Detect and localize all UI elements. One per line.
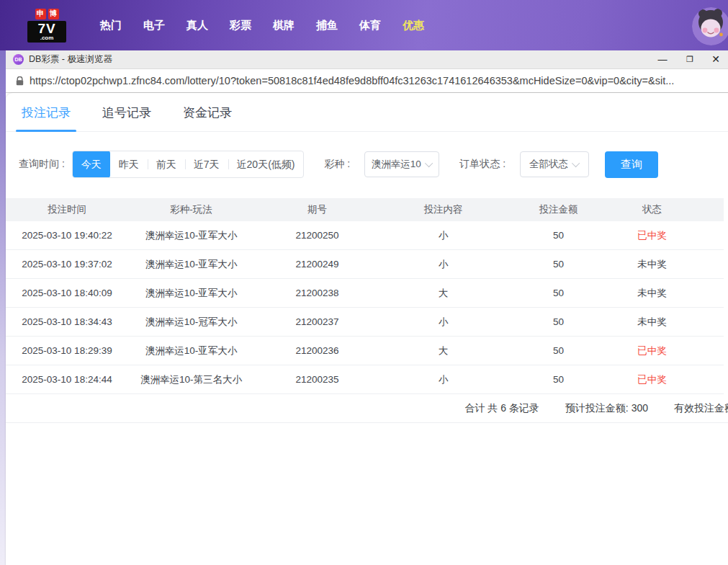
cell-bet-amount: 50 [506,345,611,356]
bet-records-table: 投注时间彩种-玩法期号投注内容投注金额状态 2025-03-10 19:40:2… [6,198,724,423]
order-status-select[interactable]: 全部状态 [520,151,589,177]
avatar-image [692,7,728,45]
cell-bet-time: 2025-03-10 18:24:44 [6,374,128,385]
window-title-bar[interactable]: DB DB彩票 - 极速浏览器 — ❐ ✕ [6,50,728,69]
column-header: 状态 [611,203,693,216]
logo-main-text: 7V [29,22,65,35]
cell-bet-content: 大 [380,344,506,357]
cell-bet-content: 大 [380,287,506,300]
cell-issue-number: 21200237 [254,316,380,327]
lock-icon [16,76,24,86]
column-header: 彩种-玩法 [128,203,254,216]
nav-item[interactable]: 棋牌 [262,0,305,50]
cell-game-play: 澳洲幸运10-亚军大小 [128,344,254,357]
column-header: 期号 [254,203,380,216]
cell-status: 已中奖 [611,229,693,242]
cell-status: 已中奖 [611,344,693,357]
cell-status: 未中奖 [611,287,693,300]
cell-bet-content: 小 [380,316,506,329]
cell-issue-number: 21200236 [254,345,380,356]
close-icon[interactable]: ✕ [704,50,727,69]
cell-issue-number: 21200249 [254,259,380,270]
cell-game-play: 澳洲幸运10-亚军大小 [128,287,254,300]
cell-bet-content: 小 [380,373,506,386]
status-filter-label: 订单状态 : [459,158,505,171]
cell-bet-time: 2025-03-10 18:40:09 [6,288,128,298]
cell-bet-amount: 50 [506,288,611,298]
chevron-down-icon [425,159,433,167]
logo-badges: 申 博 [27,9,66,19]
cell-status: 未中奖 [611,316,693,329]
cell-bet-time: 2025-03-10 19:40:22 [6,230,128,241]
table-body: 2025-03-10 19:40:22 澳洲幸运10-亚军大小 21200250… [6,221,724,394]
logo-mark: 7V .com [27,21,66,43]
column-header: 投注金额 [506,203,611,216]
tabs: 投注记录追号记录资金记录 [6,93,728,132]
table-row: 2025-03-10 18:24:44 澳洲幸运10-第三名大小 2120023… [6,365,724,394]
portal-navbar: 申 博 7V .com 热门电子真人彩票棋牌捕鱼体育优惠 [0,0,728,50]
cell-bet-amount: 50 [506,374,611,385]
time-option[interactable]: 近7天 [185,151,228,177]
status-select-value: 全部状态 [529,158,568,171]
table-row: 2025-03-10 18:29:39 澳洲幸运10-亚军大小 21200236… [6,337,724,365]
nav-item[interactable]: 热门 [89,0,132,50]
cell-bet-amount: 50 [506,259,611,270]
column-header: 投注内容 [380,203,506,216]
summary-row: 合计 共 6 条记录 预计投注金额: 300 有效投注金额 [6,394,728,423]
table-row: 2025-03-10 19:37:02 澳洲幸运10-亚军大小 21200249… [6,250,724,279]
content-card: 投注记录追号记录资金记录 查询时间 : 今天昨天前天近7天近20天(低频) 彩种… [6,93,728,565]
cell-bet-content: 小 [380,258,506,271]
url-bar[interactable]: https://ctop02pchwp1.zfnc84.com/lottery/… [6,69,728,93]
logo-badge-2: 博 [48,9,59,19]
cell-bet-time: 2025-03-10 18:29:39 [6,345,128,356]
cell-bet-content: 小 [380,229,506,242]
table-row: 2025-03-10 19:40:22 澳洲幸运10-亚军大小 21200250… [6,221,724,250]
lottery-filter-label: 彩种 : [324,158,350,171]
cell-game-play: 澳洲幸运10-亚军大小 [128,258,254,271]
summary-valid-amount: 有效投注金额 [674,402,728,415]
summary-total: 合计 共 6 条记录 [464,402,539,415]
screen: 申 博 7V .com 热门电子真人彩票棋牌捕鱼体育优惠 [0,0,728,565]
logo-sub-text: .com [29,35,65,41]
nav-item[interactable]: 电子 [132,0,176,50]
lottery-select[interactable]: 澳洲幸运10 [364,151,439,177]
column-header: 投注时间 [6,203,128,216]
table-head: 投注时间彩种-玩法期号投注内容投注金额状态 [6,198,724,221]
tab[interactable]: 投注记录 [22,104,71,131]
table-row: 2025-03-10 18:40:09 澳洲幸运10-亚军大小 21200238… [6,279,724,308]
minimize-icon[interactable]: — [651,50,674,69]
time-option[interactable]: 今天 [73,151,110,178]
cell-status: 未中奖 [611,258,693,271]
url-text: https://ctop02pchwp1.zfnc84.com/lottery/… [30,75,674,86]
cell-game-play: 澳洲幸运10-第三名大小 [128,373,254,386]
cell-bet-amount: 50 [506,316,611,327]
time-filter-label: 查询时间 : [19,158,65,171]
time-option[interactable]: 昨天 [110,151,148,177]
browser-favicon-icon: DB [13,54,24,65]
cell-game-play: 澳洲幸运10-冠军大小 [128,316,254,329]
table-row: 2025-03-10 18:34:43 澳洲幸运10-冠军大小 21200237… [6,308,724,337]
cell-issue-number: 21200235 [254,374,380,385]
nav-item[interactable]: 彩票 [219,0,262,50]
logo-badge-1: 申 [35,9,46,19]
cell-issue-number: 21200238 [254,288,380,298]
tab[interactable]: 资金记录 [183,104,232,131]
user-avatar[interactable] [692,7,728,45]
cell-status: 已中奖 [611,373,693,386]
window-title: DB彩票 - 极速浏览器 [29,53,112,66]
nav-item[interactable]: 体育 [349,0,392,50]
nav-item[interactable]: 真人 [176,0,219,50]
time-option[interactable]: 近20天(低频) [228,151,304,177]
time-options: 今天昨天前天近7天近20天(低频) [72,151,305,178]
browser-window: DB DB彩票 - 极速浏览器 — ❐ ✕ https://ctop02pchw… [6,50,728,565]
time-option[interactable]: 前天 [148,151,185,177]
lottery-select-value: 澳洲幸运10 [372,158,421,171]
cell-bet-amount: 50 [506,230,611,241]
site-logo[interactable]: 申 博 7V .com [27,9,66,43]
maximize-icon[interactable]: ❐ [678,50,701,69]
query-button[interactable]: 查询 [605,151,658,178]
nav-item[interactable]: 捕鱼 [305,0,349,50]
nav-item[interactable]: 优惠 [392,0,435,50]
tab[interactable]: 追号记录 [102,104,151,131]
cell-bet-time: 2025-03-10 19:37:02 [6,259,128,270]
